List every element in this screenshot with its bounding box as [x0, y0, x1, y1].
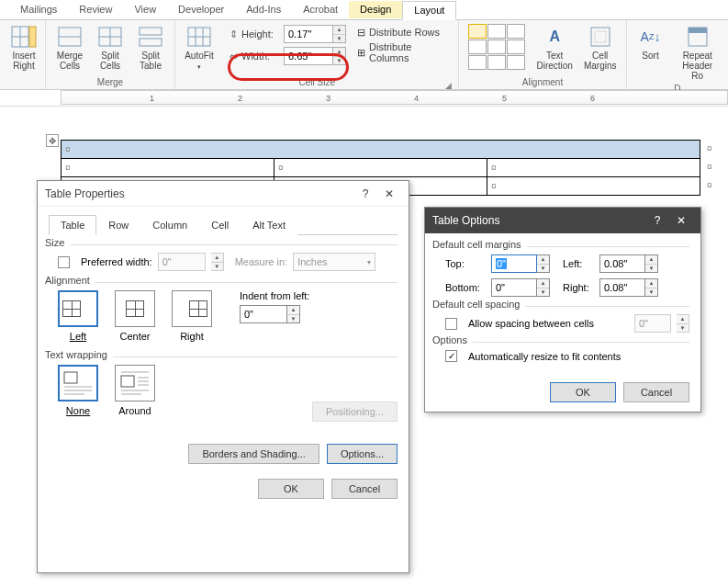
tp-options-button[interactable]: Options... — [327, 444, 398, 464]
distribute-rows-icon: ⊟ — [357, 27, 365, 39]
tp-align-center[interactable]: Center — [115, 290, 155, 342]
autofit-button[interactable]: AutoFit▾ — [179, 22, 219, 74]
cell-margins-icon — [587, 24, 614, 50]
tp-indent-spinner[interactable]: ▲▼ — [287, 305, 300, 323]
tp-titlebar[interactable]: Table Properties ? ✕ — [38, 181, 409, 207]
to-ok-button[interactable]: OK — [550, 382, 616, 402]
to-left-input[interactable]: 0.08" — [599, 254, 645, 273]
ribbon: Insert Right Merge Cells Split Cells Spl… — [0, 20, 728, 90]
tp-prefwidth-label: Preferred width: — [81, 256, 152, 267]
split-table-button[interactable]: Split Table — [130, 22, 171, 73]
repeat-header-icon — [684, 24, 711, 50]
tp-wrap-label: Text wrapping — [45, 349, 113, 360]
table-options-dialog: Table Options ? ✕ Default cell margins T… — [424, 207, 701, 413]
repeat-header-button[interactable]: Repeat Header Ro — [671, 22, 725, 83]
to-left-label: Left: — [563, 258, 599, 269]
merge-cells-button[interactable]: Merge Cells — [50, 22, 90, 73]
tp-tab-column[interactable]: Column — [140, 215, 199, 235]
tab-review[interactable]: Review — [68, 1, 123, 18]
width-input[interactable]: 6.65" — [284, 47, 333, 65]
tp-help-button[interactable]: ? — [353, 185, 377, 203]
width-icon: ⇔ — [225, 51, 241, 62]
cell-margins-button[interactable]: Cell Margins — [578, 22, 622, 73]
to-options-label: Options — [432, 334, 473, 345]
autofit-icon — [185, 24, 213, 50]
tab-developer[interactable]: Developer — [167, 1, 235, 18]
group-merge-label: Merge — [50, 76, 171, 89]
to-bottom-spinner[interactable]: ▲▼ — [537, 278, 550, 297]
tp-size-label: Size — [45, 237, 70, 248]
sort-button[interactable]: AZ↓Sort — [631, 22, 671, 62]
tab-addins[interactable]: Add-Ins — [235, 1, 292, 18]
svg-rect-10 — [140, 39, 162, 46]
svg-rect-23 — [121, 376, 134, 387]
text-direction-button[interactable]: AText Direction — [531, 22, 577, 73]
tp-align-right[interactable]: Right — [172, 290, 212, 342]
to-top-spinner[interactable]: ▲▼ — [537, 254, 550, 273]
to-right-label: Right: — [563, 282, 599, 293]
tab-design[interactable]: Design — [349, 1, 402, 18]
tp-close-button[interactable]: ✕ — [377, 185, 401, 203]
to-bottom-input[interactable]: 0" — [491, 278, 537, 297]
tp-wrap-none[interactable]: None — [58, 365, 98, 416]
to-cancel-button[interactable]: Cancel — [623, 382, 689, 402]
table-move-handle[interactable]: ✥ — [46, 134, 59, 147]
tp-wrap-around[interactable]: Around — [115, 365, 155, 416]
svg-rect-9 — [140, 28, 162, 35]
tab-acrobat[interactable]: Acrobat — [292, 1, 349, 18]
tab-mailings[interactable]: Mailings — [9, 1, 68, 18]
distribute-columns-icon: ⊞ — [357, 47, 365, 59]
insert-right-button[interactable]: Insert Right — [4, 22, 44, 73]
merge-cells-icon — [56, 24, 84, 50]
tab-view[interactable]: View — [123, 1, 167, 18]
to-help-button[interactable]: ? — [645, 211, 669, 230]
to-allow-spacing-label: Allow spacing between cells — [468, 318, 629, 329]
distribute-columns-button[interactable]: ⊞Distribute Columns — [357, 42, 449, 62]
width-spinner[interactable]: ▲▼ — [333, 47, 346, 65]
insert-right-icon — [10, 24, 38, 50]
height-spinner[interactable]: ▲▼ — [333, 25, 346, 43]
tp-tabstrip: Table Row Column Cell Alt Text — [49, 214, 398, 235]
svg-rect-17 — [689, 28, 707, 33]
to-bottom-label: Bottom: — [445, 282, 491, 293]
distribute-rows-button[interactable]: ⊟Distribute Rows — [357, 22, 449, 42]
height-input[interactable]: 0.17" — [284, 25, 333, 43]
tp-measure-label: Measure in: — [235, 256, 287, 267]
table-properties-dialog: Table Properties ? ✕ Table Row Column Ce… — [37, 180, 409, 573]
tp-ok-button[interactable]: OK — [258, 479, 324, 499]
split-cells-icon — [96, 24, 124, 50]
tp-align-left[interactable]: Left — [58, 290, 98, 342]
tp-tab-row[interactable]: Row — [96, 215, 140, 235]
to-allow-spacing-checkbox[interactable] — [445, 318, 457, 330]
to-spacing-spinner: ▲▼ — [677, 314, 689, 333]
tab-layout[interactable]: Layout — [402, 1, 456, 20]
to-right-spinner[interactable]: ▲▼ — [645, 278, 658, 297]
tp-borders-button[interactable]: Borders and Shading... — [188, 444, 319, 464]
cellsize-launcher[interactable]: ◢ — [443, 79, 453, 88]
to-top-input[interactable]: 0" — [491, 254, 537, 273]
to-top-label: Top: — [445, 258, 491, 269]
to-titlebar[interactable]: Table Options ? ✕ — [425, 208, 700, 233]
tp-prefwidth-spinner: ▲▼ — [211, 253, 224, 271]
svg-rect-3 — [29, 27, 36, 47]
split-table-icon — [137, 24, 164, 50]
to-right-input[interactable]: 0.08" — [599, 278, 645, 297]
split-cells-button[interactable]: Split Cells — [90, 22, 130, 73]
to-close-button[interactable]: ✕ — [669, 211, 693, 230]
to-left-spinner[interactable]: ▲▼ — [645, 254, 658, 273]
tp-prefwidth-checkbox[interactable] — [58, 256, 70, 268]
tp-positioning-button: Positioning... — [312, 401, 398, 422]
tp-measure-select: Inches▾ — [293, 253, 375, 271]
alignment-grid[interactable] — [463, 22, 531, 70]
tp-cancel-button[interactable]: Cancel — [331, 479, 398, 499]
tp-tab-table[interactable]: Table — [49, 215, 96, 235]
tp-tab-alttext[interactable]: Alt Text — [241, 215, 297, 235]
group-alignment-label: Alignment — [463, 76, 622, 89]
height-icon: ⇕ — [225, 28, 241, 40]
tp-tab-cell[interactable]: Cell — [199, 215, 241, 235]
to-autoresize-checkbox[interactable]: ✓ — [445, 350, 457, 362]
tp-indent-label: Indent from left: — [240, 290, 309, 301]
to-autoresize-label: Automatically resize to fit contents — [468, 351, 621, 362]
to-spacing-label: Default cell spacing — [432, 299, 525, 310]
tp-indent-input[interactable]: 0" — [240, 305, 287, 323]
